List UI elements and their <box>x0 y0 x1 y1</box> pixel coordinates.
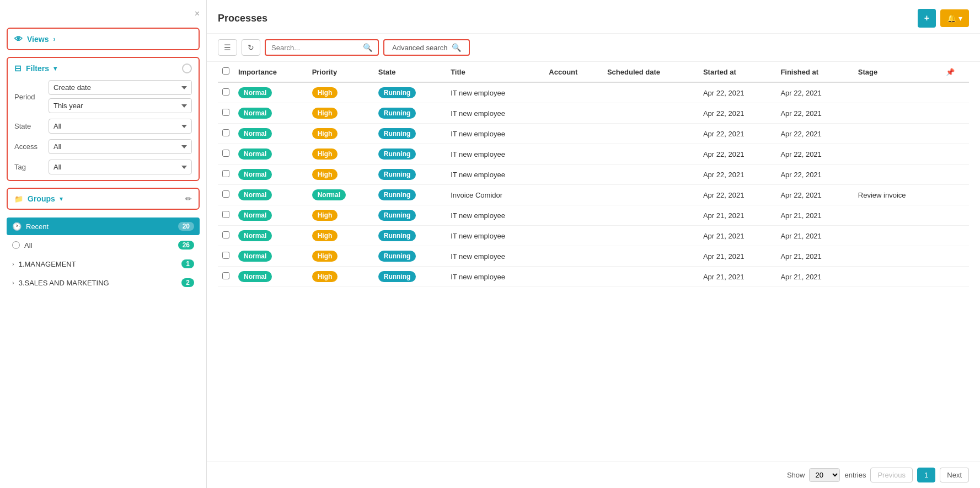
priority-badge: High <box>312 271 338 282</box>
row-account <box>544 267 603 287</box>
row-finished: Apr 21, 2021 <box>776 226 853 246</box>
next-button[interactable]: Next <box>940 468 969 482</box>
views-chevron-icon: › <box>53 35 55 43</box>
priority-badge: High <box>312 230 338 241</box>
row-scheduled <box>603 205 699 226</box>
notify-button[interactable]: 🔔 ▾ <box>940 9 969 27</box>
row-scheduled <box>603 82 699 103</box>
state-badge: Running <box>378 87 416 98</box>
select-all-checkbox[interactable] <box>222 67 229 75</box>
period-date-select[interactable]: Create date <box>49 80 192 95</box>
tag-label: Tag <box>14 163 43 171</box>
access-label: Access <box>14 142 43 151</box>
row-pin-cell <box>941 165 969 185</box>
row-account <box>544 82 603 103</box>
entries-per-page-select[interactable]: 20 50 100 <box>809 468 840 482</box>
row-stage <box>854 144 941 165</box>
row-checkbox[interactable] <box>222 88 229 96</box>
notify-chevron-icon: ▾ <box>958 14 962 23</box>
notify-icon: 🔔 <box>947 14 956 23</box>
sidebar: × 👁 Views › ⊟ Filters ▾ Period Create da… <box>0 0 207 488</box>
row-checkbox-cell <box>218 165 234 185</box>
previous-button[interactable]: Previous <box>870 468 913 482</box>
group-label-all: All <box>24 241 178 250</box>
period-range-select[interactable]: This year <box>49 98 192 113</box>
group-item-sales[interactable]: › 3.SALES AND MARKETING 2 <box>7 274 200 291</box>
row-pin-cell <box>941 205 969 226</box>
row-checkbox-cell <box>218 226 234 246</box>
row-importance: Normal <box>234 205 308 226</box>
refresh-button[interactable]: ↻ <box>242 39 260 56</box>
row-title: IT new employee <box>446 165 544 185</box>
col-state: State <box>374 62 446 82</box>
row-finished: Apr 21, 2021 <box>776 246 853 267</box>
header-actions: + 🔔 ▾ <box>918 9 969 28</box>
groups-label: Groups <box>28 194 55 203</box>
close-button[interactable]: × <box>7 9 200 19</box>
row-started: Apr 21, 2021 <box>699 226 776 246</box>
row-stage: Review invoice <box>854 185 941 205</box>
row-account <box>544 165 603 185</box>
priority-badge: High <box>312 169 338 180</box>
page-1-button[interactable]: 1 <box>917 468 935 482</box>
views-header[interactable]: 👁 Views › <box>14 34 192 44</box>
row-stage <box>854 165 941 185</box>
row-scheduled <box>603 144 699 165</box>
add-button[interactable]: + <box>918 9 936 28</box>
row-priority: High <box>308 267 374 287</box>
search-input[interactable] <box>271 44 360 52</box>
filters-header[interactable]: ⊟ Filters ▾ <box>14 63 192 73</box>
views-section: 👁 Views › <box>7 28 200 50</box>
table-row: Normal High Running IT new employee Apr … <box>218 226 969 246</box>
row-checkbox[interactable] <box>222 252 229 259</box>
row-checkbox[interactable] <box>222 129 229 136</box>
row-checkbox-cell <box>218 82 234 103</box>
state-select[interactable]: All <box>49 119 192 134</box>
row-checkbox[interactable] <box>222 170 229 177</box>
row-stage <box>854 226 941 246</box>
access-select[interactable]: All <box>49 139 192 154</box>
state-badge: Running <box>378 189 416 200</box>
group-item-recent[interactable]: 🕐 Recent 20 <box>7 218 200 235</box>
row-priority: High <box>308 246 374 267</box>
row-checkbox[interactable] <box>222 150 229 157</box>
row-checkbox-cell <box>218 267 234 287</box>
group-label-management: 1.MANAGEMENT <box>19 260 182 268</box>
toolbar: ☰ ↻ 🔍 Advanced search 🔍 <box>207 34 980 62</box>
row-finished: Apr 22, 2021 <box>776 165 853 185</box>
row-state: Running <box>374 165 446 185</box>
tag-select[interactable]: All <box>49 160 192 174</box>
row-checkbox[interactable] <box>222 109 229 116</box>
group-item-all[interactable]: All 26 <box>7 236 200 254</box>
row-stage <box>854 246 941 267</box>
group-item-management[interactable]: › 1.MANAGEMENT 1 <box>7 255 200 273</box>
row-checkbox[interactable] <box>222 190 229 198</box>
table-row: Normal High Running IT new employee Apr … <box>218 144 969 165</box>
importance-badge: Normal <box>238 148 272 160</box>
groups-edit-icon[interactable]: ✏ <box>185 194 192 203</box>
advanced-search-box[interactable]: Advanced search 🔍 <box>383 39 470 56</box>
row-title: IT new employee <box>446 82 544 103</box>
group-label-recent: Recent <box>26 222 178 231</box>
state-badge: Running <box>378 128 416 139</box>
col-pin: 📌 <box>941 62 969 82</box>
row-checkbox[interactable] <box>222 272 229 279</box>
row-scheduled <box>603 165 699 185</box>
row-pin-cell <box>941 103 969 124</box>
row-scheduled <box>603 246 699 267</box>
menu-button[interactable]: ☰ <box>218 39 237 56</box>
importance-badge: Normal <box>238 189 272 200</box>
group-badge-management: 1 <box>181 259 194 268</box>
row-checkbox[interactable] <box>222 211 229 218</box>
priority-badge: High <box>312 87 338 98</box>
row-checkbox[interactable] <box>222 231 229 238</box>
access-row: Access All <box>14 139 192 154</box>
filter-circle <box>182 63 192 73</box>
row-stage <box>854 267 941 287</box>
col-stage: Stage <box>854 62 941 82</box>
row-started: Apr 21, 2021 <box>699 267 776 287</box>
row-account <box>544 144 603 165</box>
col-title: Title <box>446 62 544 82</box>
row-importance: Normal <box>234 103 308 124</box>
row-state: Running <box>374 205 446 226</box>
